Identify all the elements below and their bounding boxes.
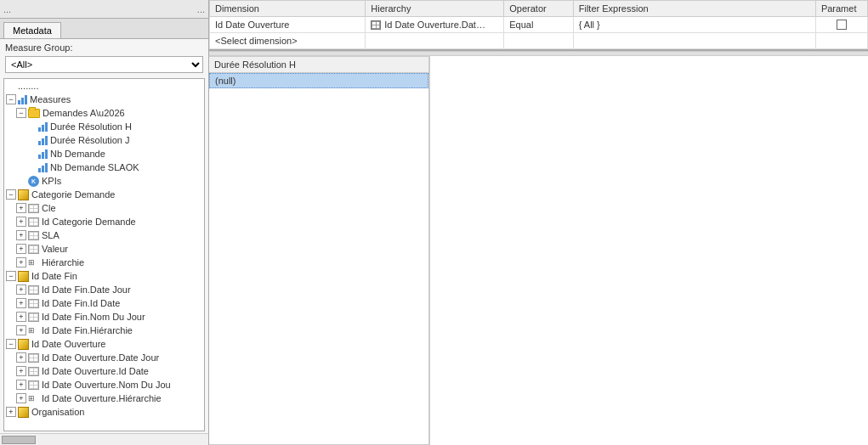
tree-item-label: Durée Résolution H [50, 121, 132, 132]
collapse-icon[interactable]: − [6, 339, 16, 349]
expand-icon[interactable]: + [16, 325, 26, 335]
tree-item-label: KPIs [42, 176, 61, 186]
barchart-icon [38, 122, 48, 132]
expand-icon[interactable]: + [6, 407, 16, 417]
tree-item[interactable]: +SLA [4, 228, 204, 242]
expand-icon[interactable]: + [16, 230, 26, 240]
tree-item[interactable]: ........ [4, 79, 204, 93]
horizontal-scrollbar[interactable] [0, 433, 208, 445]
expand-icon[interactable]: + [16, 257, 26, 268]
filter-table-area: Dimension Hierarchy Operator Filter Expr… [209, 0, 868, 51]
tree-item[interactable]: +Valeur [4, 242, 204, 256]
dimension-icon [18, 271, 29, 282]
filter-table: Dimension Hierarchy Operator Filter Expr… [209, 0, 868, 49]
barchart-icon [18, 95, 27, 104]
expand-icon[interactable]: + [16, 284, 26, 295]
tree-item-label: Id Date Fin.Nom Du Jour [42, 312, 145, 322]
dimension-icon [18, 189, 29, 200]
filter-hierarchy-cell [366, 33, 504, 49]
tree-item[interactable]: +Id Date Fin.Nom Du Jour [4, 310, 204, 324]
values-list-item[interactable]: (null) [209, 73, 428, 88]
filter-expression-cell [573, 33, 815, 49]
barchart-icon [38, 163, 48, 172]
tree-item-label: Durée Résolution J [50, 135, 130, 145]
tree-item[interactable]: +Id Date Ouverture.Id Date [4, 364, 204, 378]
values-column-header: Durée Résolution H [209, 56, 429, 73]
barchart-icon [38, 149, 48, 159]
expand-icon[interactable]: + [16, 312, 26, 322]
left-panel-titlebar: ... ... [0, 0, 208, 19]
values-list: (null) [209, 73, 429, 445]
tree-item-label: ........ [18, 81, 38, 91]
tree-item[interactable]: Nb Demande SLAOK [4, 161, 204, 174]
tree-item[interactable]: +⊞Id Date Ouverture.Hiérarchie [4, 391, 204, 405]
param-checkbox[interactable] [837, 20, 847, 30]
expand-icon[interactable]: + [16, 393, 26, 403]
expand-icon[interactable]: + [16, 352, 26, 363]
tree-item-label: Id Categorie Demande [42, 217, 136, 227]
metadata-tab[interactable]: Metadata [3, 22, 61, 38]
tree-item[interactable]: Nb Demande [4, 147, 204, 161]
expand-icon[interactable]: + [16, 298, 26, 308]
tree-item[interactable]: +Id Date Ouverture.Date Jour [4, 351, 204, 364]
values-table-area: Durée Résolution H (null) [209, 56, 430, 445]
filter-table-row[interactable]: Id Date OuvertureId Date Ouverture.Dat…E… [210, 17, 868, 33]
tree-item[interactable]: +Id Categorie Demande [4, 215, 204, 228]
tree-item[interactable]: +Id Date Fin.Id Date [4, 296, 204, 310]
measure-group-label: Measure Group: [0, 39, 208, 54]
tree-item-label: Id Date Ouverture.Id Date [42, 366, 149, 376]
collapse-icon[interactable]: − [6, 94, 16, 104]
filter-param-cell [815, 33, 867, 49]
tree-item-label: Organisation [31, 407, 84, 417]
tree-item[interactable]: −Id Date Ouverture [4, 337, 204, 351]
tree-item[interactable]: KKPIs [4, 174, 204, 188]
col-header-filter-expr: Filter Expression [573, 1, 815, 17]
hierarchy-table-icon [371, 20, 381, 30]
measure-group-select[interactable]: <All> [5, 56, 203, 73]
tree-item[interactable]: −Measures [4, 93, 204, 106]
tree-item-label: Nb Demande [50, 149, 105, 159]
expand-icon[interactable]: + [16, 380, 26, 390]
collapse-icon[interactable]: − [16, 108, 26, 118]
tree-item[interactable]: +⊞Hiérarchie [4, 256, 204, 269]
left-panel: ... ... Metadata Measure Group: <All> ..… [0, 0, 209, 445]
tree-item-label: Id Date Fin.Date Jour [42, 284, 131, 295]
tree-item-label: Id Date Fin.Hiérarchie [42, 325, 133, 335]
tree-item-label: SLA [42, 230, 60, 240]
tree-item[interactable]: +Id Date Fin.Date Jour [4, 283, 204, 296]
expand-icon[interactable]: + [16, 366, 26, 376]
collapse-icon[interactable]: − [6, 271, 16, 281]
tree-item-label: Valeur [42, 244, 68, 254]
tree-item[interactable]: −Categorie Demande [4, 188, 204, 201]
expand-icon[interactable]: + [16, 217, 26, 227]
table-icon [28, 245, 39, 254]
tree-item[interactable]: −Demandes A\u2026 [4, 106, 204, 120]
table-icon [28, 299, 39, 308]
tree-item[interactable]: +Organisation [4, 405, 204, 419]
tree-item[interactable]: +Id Date Ouverture.Nom Du Jou [4, 378, 204, 391]
col-header-operator: Operator [504, 1, 573, 17]
filter-dimension-cell: <Select dimension> [210, 33, 366, 49]
expand-icon[interactable]: + [16, 203, 26, 213]
tree-item[interactable]: Durée Résolution H [4, 120, 204, 133]
collapse-icon[interactable]: − [6, 189, 16, 200]
barchart-icon [38, 136, 48, 145]
table-icon [28, 285, 39, 295]
tree-item[interactable]: Durée Résolution J [4, 133, 204, 147]
col-header-hierarchy: Hierarchy [366, 1, 504, 17]
col-header-param: Paramet [815, 1, 867, 17]
tree-item-label: Cle [42, 203, 56, 213]
filter-operator-cell: Equal [504, 17, 573, 33]
tree-item-label: Hiérarchie [42, 257, 84, 268]
filter-table-row[interactable]: <Select dimension> [210, 33, 868, 49]
tree-item-label: Id Date Ouverture.Nom Du Jou [42, 380, 171, 390]
tree-item[interactable]: +⊞Id Date Fin.Hiérarchie [4, 324, 204, 337]
scrollbar-thumb[interactable] [2, 436, 36, 444]
right-panel: Dimension Hierarchy Operator Filter Expr… [209, 0, 868, 445]
tree-item[interactable]: −Id Date Fin [4, 269, 204, 283]
tree-item-label: Demandes A\u2026 [43, 108, 125, 118]
table-icon [28, 367, 39, 376]
tree-item[interactable]: +Cle [4, 201, 204, 215]
expand-icon[interactable]: + [16, 244, 26, 254]
filter-operator-cell [504, 33, 573, 49]
